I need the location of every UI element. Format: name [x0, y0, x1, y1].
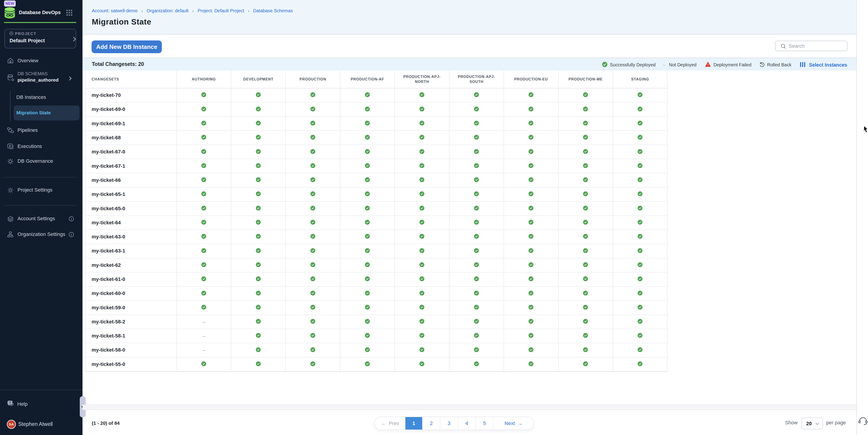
svg-text:?: ? — [9, 401, 11, 405]
